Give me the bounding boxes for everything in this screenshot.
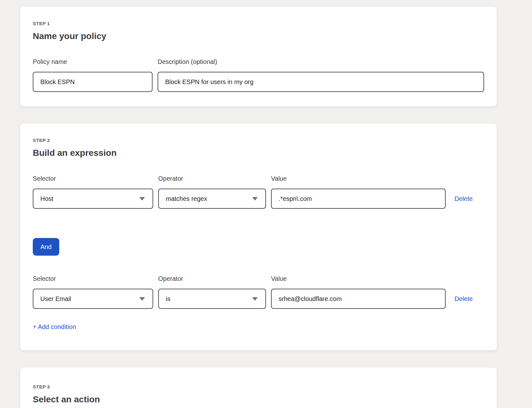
chevron-down-icon <box>139 297 145 301</box>
condition1-delete-link[interactable]: Delete <box>454 195 473 202</box>
policy-name-label: Policy name <box>33 58 153 65</box>
page-background: { "colors": { "page_background": "#f1f0e… <box>0 0 532 408</box>
condition2-operator-value: is <box>166 295 170 303</box>
step3-title: Select an action <box>33 394 484 405</box>
condition1-value-group: Value <box>271 175 446 209</box>
condition1-operator-value: matches regex <box>166 195 207 202</box>
step1-label: STEP 1 <box>33 21 484 26</box>
condition1-selector-dropdown[interactable]: Host <box>33 189 153 209</box>
condition2-selector-dropdown[interactable]: User Email <box>33 289 153 309</box>
value-column-label: Value <box>271 275 446 282</box>
value-column-label: Value <box>271 175 446 182</box>
step1-title: Name your policy <box>33 31 484 41</box>
condition2-selector-value: User Email <box>40 295 71 303</box>
selector-column-label: Selector <box>33 275 153 282</box>
condition1-value-input[interactable] <box>271 189 446 209</box>
content-area: STEP 1 Name your policy Policy name Desc… <box>0 0 532 408</box>
condition2-value-group: Value <box>271 275 446 309</box>
operator-column-label: Operator <box>158 275 266 282</box>
step2-card: STEP 2 Build an expression Selector Host… <box>20 124 497 350</box>
condition1-delete-cell: Delete <box>451 189 473 209</box>
operator-column-label: Operator <box>158 175 266 182</box>
condition2-value-input[interactable] <box>271 289 446 309</box>
condition1-selector-group: Selector Host <box>33 175 153 209</box>
condition1-operator-dropdown[interactable]: matches regex <box>158 189 266 209</box>
condition2-operator-group: Operator is <box>158 275 266 309</box>
condition2-selector-group: Selector User Email <box>33 275 153 309</box>
condition1-operator-group: Operator matches regex <box>158 175 266 209</box>
description-field-group: Description (optional) <box>158 58 484 92</box>
chevron-down-icon <box>252 197 258 201</box>
and-operator-button[interactable]: And <box>33 238 59 256</box>
step2-title: Build an expression <box>33 148 484 158</box>
step3-label: STEP 3 <box>33 384 484 389</box>
step1-card: STEP 1 Name your policy Policy name Desc… <box>20 7 497 106</box>
chevron-down-icon <box>252 297 258 301</box>
condition2-operator-dropdown[interactable]: is <box>158 289 266 309</box>
policy-name-input[interactable] <box>33 72 153 92</box>
condition-row-2: Selector User Email Operator is Value De… <box>33 275 484 309</box>
condition-row-1: Selector Host Operator matches regex Val… <box>33 175 484 209</box>
condition2-delete-link[interactable]: Delete <box>454 295 473 303</box>
step2-label: STEP 2 <box>33 138 484 143</box>
policy-name-field-group: Policy name <box>33 58 153 92</box>
condition2-delete-cell: Delete <box>451 289 473 309</box>
add-condition-link[interactable]: + Add condition <box>33 323 76 331</box>
step3-card: STEP 3 Select an action <box>20 368 497 408</box>
step1-fields-row: Policy name Description (optional) <box>33 58 484 92</box>
condition1-selector-value: Host <box>40 195 53 202</box>
chevron-down-icon <box>139 197 145 201</box>
description-input[interactable] <box>158 72 484 92</box>
selector-column-label: Selector <box>33 175 153 182</box>
description-label: Description (optional) <box>158 58 484 65</box>
